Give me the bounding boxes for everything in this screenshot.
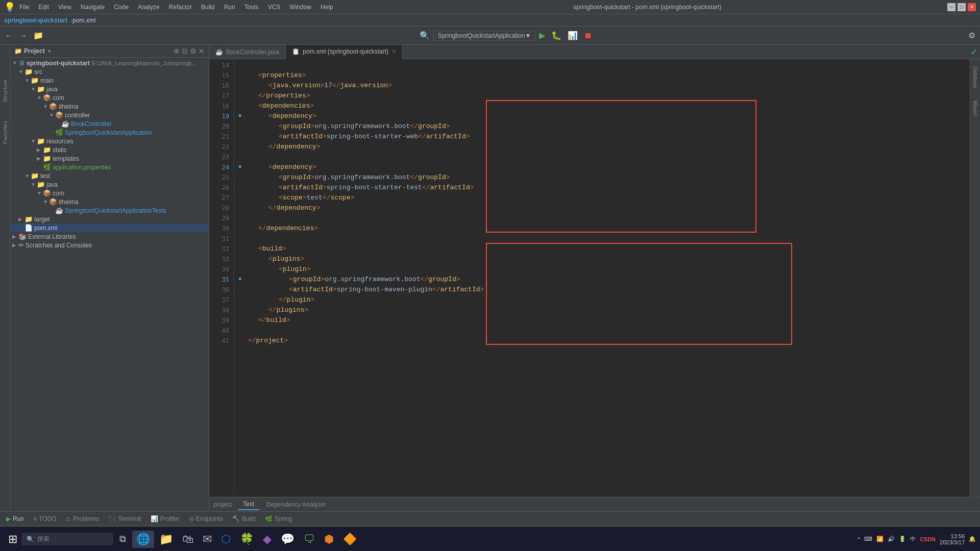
settings-button[interactable]: ⚙	[966, 29, 978, 42]
tree-item-com[interactable]: ▼ 📦 com	[10, 93, 209, 102]
tab-bookcontroller[interactable]: ☕ BookController.java	[209, 45, 286, 59]
tree-item-app-tests[interactable]: ☕ SpringbootQuickstartApplicationTests	[10, 206, 209, 215]
structure-panel-label[interactable]: Structure	[1, 76, 9, 107]
menu-file[interactable]: File	[15, 3, 33, 12]
tree-item-label: test	[40, 172, 50, 180]
taskbar-app-mail[interactable]: ✉	[199, 531, 216, 548]
debug-button[interactable]: 🐛	[549, 29, 564, 42]
profile-button[interactable]: 📊	[565, 29, 580, 42]
maximize-button[interactable]: □	[958, 3, 966, 11]
panel-settings-icon[interactable]: ⚙	[190, 47, 197, 55]
tree-item-src[interactable]: ▼ 📁 src	[10, 67, 209, 76]
task-view-icon[interactable]: ⧉	[117, 532, 128, 546]
arrow-icon: ▼	[18, 69, 24, 74]
taskbar-app-store[interactable]: 🛍	[178, 531, 198, 548]
code-content[interactable]: <properties> <java.version>17</java.vers…	[246, 59, 970, 497]
tab-close-icon[interactable]: ✕	[391, 48, 396, 55]
tray-arrow[interactable]: ^	[857, 536, 860, 542]
run-bar-endpoints[interactable]: ◎ Endpoints	[185, 514, 227, 523]
start-button[interactable]: ⊞	[4, 531, 21, 548]
tree-item-bookcontroller[interactable]: ☕ BookController	[10, 119, 209, 128]
tab-pomxml[interactable]: 📋 pom.xml (springboot-quickstart) ✕	[286, 45, 403, 59]
taskbar-app-red[interactable]: 🔶	[339, 531, 361, 548]
run-bar-run[interactable]: ▶ Run	[2, 514, 28, 523]
code-line-42	[248, 346, 968, 356]
tree-item-test-java[interactable]: ▼ 📁 java	[10, 180, 209, 189]
tree-item-test-com[interactable]: ▼ 📦 com	[10, 189, 209, 197]
project-panel-actions: ⊕ ⊟ ⚙ ✕	[174, 47, 205, 55]
taskbar-app-wechat[interactable]: 🗨	[300, 531, 319, 548]
menu-vcs[interactable]: VCS	[264, 3, 285, 12]
tree-item-resources[interactable]: ▼ 📁 resources	[10, 137, 209, 145]
arrow-icon: ▼	[12, 60, 18, 66]
run-gutter-marker[interactable]: ●	[234, 273, 246, 284]
tree-item-ext-libs[interactable]: ▶ 📚 External Libraries	[10, 232, 209, 241]
run-gutter-marker[interactable]: ●	[234, 161, 246, 171]
tree-item-controller[interactable]: ▼ 📦 controller	[10, 111, 209, 119]
panel-close-icon[interactable]: ✕	[199, 47, 205, 55]
search-everywhere-button[interactable]: 🔍	[417, 29, 432, 42]
tree-item-static[interactable]: ▶ 📁 static	[10, 145, 209, 154]
taskbar-app-orange[interactable]: ⬢	[320, 531, 338, 548]
taskbar-app-folder[interactable]: 📁	[155, 531, 177, 548]
run-bar-todo[interactable]: ≡ TODO	[29, 514, 60, 523]
tab-text[interactable]: Text	[238, 499, 259, 510]
line-number: 36	[209, 285, 229, 295]
menu-tools[interactable]: Tools	[240, 3, 263, 12]
taskbar-app-edge[interactable]: 🌐	[132, 531, 154, 548]
arrow-icon: ▼	[43, 104, 49, 109]
taskbar-app-purple[interactable]: ◆	[259, 531, 276, 548]
taskbar-app-green[interactable]: 🍀	[236, 531, 258, 548]
menu-code[interactable]: Code	[110, 3, 133, 12]
run-bar-problems[interactable]: ⚠ Problems	[61, 514, 103, 523]
tree-item-main-app[interactable]: 🌿 SpringbootQuickstartApplication	[10, 128, 209, 137]
menu-view[interactable]: View	[54, 3, 76, 12]
tree-item-itheima[interactable]: ▼ 📦 itheima	[10, 102, 209, 111]
run-configuration[interactable]: SpringbootQuickstartApplication ▼	[433, 31, 536, 41]
stop-button[interactable]: ⏹	[581, 30, 595, 42]
run-bar-profiler[interactable]: 📊 Profiler	[146, 514, 184, 523]
menu-edit[interactable]: Edit	[34, 3, 53, 12]
menu-build[interactable]: Build	[197, 3, 219, 12]
taskbar-app-blue[interactable]: ⬡	[217, 531, 235, 548]
favorites-panel-label[interactable]: Favorites	[1, 117, 9, 148]
database-panel-label[interactable]: Database	[971, 64, 979, 90]
menu-window[interactable]: Window	[285, 3, 315, 12]
taskbar-app-chat[interactable]: 💬	[277, 531, 299, 548]
tree-item-target[interactable]: ▶ 📁 target	[10, 215, 209, 223]
collapse-icon[interactable]: ⊟	[182, 47, 188, 55]
file-manager-button[interactable]: 📁	[31, 29, 46, 42]
run-bar-build[interactable]: 🔨 Build	[228, 514, 260, 523]
run-button[interactable]: ▶	[536, 29, 548, 42]
tree-item-test-itheima[interactable]: ▼ 📦 itheima	[10, 197, 209, 206]
tree-item-test[interactable]: ▼ 📁 test	[10, 171, 209, 180]
tree-item-appprops[interactable]: 🌿 application.properties	[10, 163, 209, 171]
forward-button[interactable]: →	[16, 30, 30, 42]
menu-navigate[interactable]: Navigate	[77, 3, 109, 12]
back-button[interactable]: ←	[2, 30, 15, 42]
maven-panel-label[interactable]: Maven	[971, 98, 979, 118]
run-bar-spring[interactable]: 🌿 Spring	[261, 514, 297, 523]
tree-item-java[interactable]: ▼ 📁 java	[10, 85, 209, 93]
tree-item-root[interactable]: ▼ 🖥 springboot-quickstart E:\JAVA_Learni…	[10, 59, 209, 67]
tree-item-scratches[interactable]: ▶ ✏ Scratches and Consoles	[10, 241, 209, 249]
project-dropdown-icon[interactable]: ▼	[47, 48, 52, 54]
tree-item-main[interactable]: ▼ 📁 main	[10, 76, 209, 85]
run-gutter-marker[interactable]: ●	[234, 110, 246, 120]
locate-icon[interactable]: ⊕	[174, 47, 180, 55]
tree-item-templates[interactable]: ▶ 📁 templates	[10, 154, 209, 163]
close-button[interactable]: ✕	[968, 3, 976, 11]
minimize-button[interactable]: ─	[947, 3, 955, 11]
arrow-icon: ▶	[37, 147, 43, 153]
keyboard-icon: ⌨	[864, 536, 872, 542]
menu-refactor[interactable]: Refactor	[165, 3, 196, 12]
notification-icon[interactable]: 🔔	[969, 536, 976, 542]
menu-analyze[interactable]: Analyze	[134, 3, 164, 12]
search-box-container[interactable]: 🔍 搜索	[21, 533, 113, 545]
menu-run[interactable]: Run	[220, 3, 239, 12]
menu-help[interactable]: Help	[316, 3, 337, 12]
run-bar-terminal[interactable]: ⬛ Terminal	[104, 514, 145, 523]
tree-item-pom[interactable]: 📄 pom.xml	[10, 223, 209, 232]
line-number: 32	[209, 244, 229, 254]
tab-dependency-analyzer[interactable]: Dependency Analyzer	[261, 499, 331, 510]
